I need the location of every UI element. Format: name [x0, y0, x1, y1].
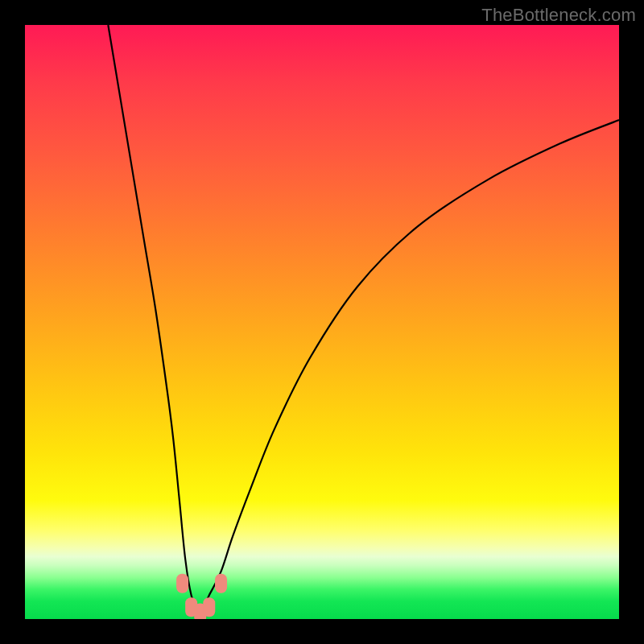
trough-marker — [215, 574, 227, 593]
trough-marker — [203, 597, 215, 617]
trough-markers — [176, 574, 227, 619]
watermark-text: TheBottleneck.com — [481, 5, 636, 26]
curve-path — [108, 25, 619, 609]
bottleneck-curve — [108, 25, 619, 609]
curve-layer — [25, 25, 619, 619]
plot-area — [25, 25, 619, 619]
chart-frame: TheBottleneck.com — [0, 0, 644, 644]
trough-marker — [176, 574, 188, 593]
